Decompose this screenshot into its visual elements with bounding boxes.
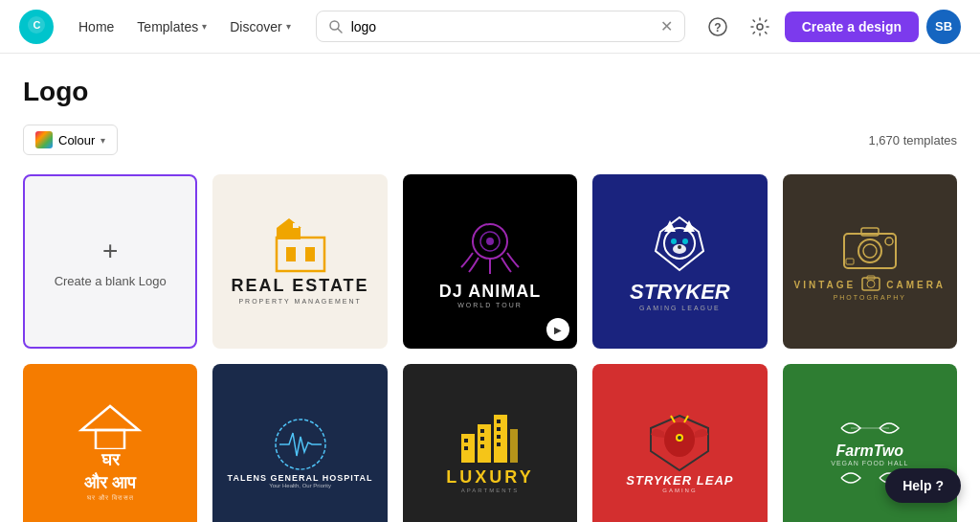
nav-home-label: Home	[78, 19, 114, 34]
real-estate-subtitle: PROPERTY MANAGEMENT	[238, 298, 361, 305]
create-design-button[interactable]: Create a design	[785, 11, 919, 42]
hospital-subtitle: Your Health, Our Priority	[269, 483, 331, 488]
search-clear-icon[interactable]: ✕	[660, 17, 673, 35]
stryker-wolf-icon	[641, 213, 718, 280]
farm-subtitle: VEGAN FOOD HALL	[831, 460, 908, 466]
svg-rect-44	[480, 444, 484, 448]
svg-text:C: C	[33, 19, 41, 31]
svg-point-54	[678, 436, 681, 440]
vintage-camera-word: CAMERA	[886, 280, 946, 290]
logo-grid: + Create a blank Logo REAL ESTATE PROPER…	[23, 174, 957, 522]
svg-text:?: ?	[714, 20, 721, 34]
main-content: Logo Colour ▾ 1,670 templates + Create a…	[0, 54, 980, 522]
create-blank-card[interactable]: + Create a blank Logo	[23, 174, 197, 349]
svg-rect-47	[497, 435, 501, 439]
vintage-camera-small-icon	[861, 275, 880, 294]
svg-rect-10	[277, 228, 301, 239]
stryker2-subtitle: GAMING	[662, 488, 697, 493]
svg-point-15	[486, 238, 494, 245]
help-label: Help ?	[902, 478, 944, 493]
svg-rect-40	[464, 439, 468, 443]
blank-card-label: Create a blank Logo	[55, 274, 167, 288]
stryker2-title: STRYKER LEAP	[626, 473, 733, 488]
real-estate-icon	[272, 218, 329, 276]
svg-point-23	[678, 245, 681, 249]
svg-line-3	[338, 29, 342, 33]
dj-animal-icon	[452, 215, 528, 282]
vintage-subtitle: PHOTOGRAPHY	[834, 294, 906, 301]
dragon-shield-icon	[646, 411, 713, 473]
help-icon-btn[interactable]: ?	[701, 10, 735, 44]
template-real-estate[interactable]: REAL ESTATE PROPERTY MANAGEMENT	[212, 174, 387, 349]
vintage-title: VINTAGE	[793, 280, 856, 290]
avatar[interactable]: SB	[926, 10, 961, 44]
svg-point-25	[858, 239, 881, 262]
search-input[interactable]	[351, 19, 653, 34]
svg-point-20	[671, 238, 677, 244]
real-estate-title: REAL ESTATE	[232, 276, 369, 296]
svg-rect-43	[480, 437, 484, 441]
help-button[interactable]: Help ?	[885, 468, 961, 503]
dj-subtitle: WORLD TOUR	[457, 302, 523, 308]
vintage-camera-icon	[836, 222, 903, 275]
nav-links: Home Templates ▾ Discover ▾	[69, 13, 301, 40]
farm-title: FarmTwo	[836, 443, 904, 460]
page-title: Logo	[23, 77, 957, 107]
template-ghar-aur-aap[interactable]: घरऔर आप घर और विरासत	[23, 364, 197, 522]
nav-templates[interactable]: Templates ▾	[127, 13, 216, 40]
ghar-title: घरऔर आप	[84, 449, 136, 494]
svg-rect-48	[497, 443, 501, 446]
svg-point-31	[867, 281, 875, 288]
svg-rect-7	[277, 238, 324, 271]
svg-point-28	[885, 238, 893, 245]
farm-leaves-icon	[832, 414, 908, 443]
nav-home[interactable]: Home	[69, 13, 123, 40]
hospital-title: TALENS GENERAL HOSPITAL	[228, 473, 373, 483]
svg-rect-41	[464, 446, 468, 450]
svg-rect-12	[293, 223, 299, 228]
question-icon: ?	[708, 17, 727, 36]
settings-icon-btn[interactable]	[743, 10, 777, 44]
ghar-subtitle: घर और विरासत	[87, 494, 134, 502]
hospital-circle-icon	[272, 416, 329, 473]
gear-icon	[750, 17, 769, 36]
stryker-title: STRYKER	[630, 280, 730, 305]
header-actions: ? Create a design SB	[701, 10, 961, 44]
search-icon	[328, 19, 344, 34]
luxury-buildings-icon	[457, 410, 523, 467]
svg-rect-39	[510, 429, 518, 463]
svg-rect-9	[305, 247, 315, 261]
svg-rect-42	[480, 429, 484, 433]
template-talens-hospital[interactable]: TALENS GENERAL HOSPITAL Your Health, Our…	[212, 364, 387, 522]
svg-point-6	[757, 24, 763, 30]
discover-chevron-icon: ▾	[286, 21, 291, 32]
colour-icon	[35, 131, 53, 148]
template-stryker-leap[interactable]: STRYKER LEAP GAMING	[592, 364, 767, 522]
plus-icon: +	[102, 236, 118, 266]
house-icon	[77, 401, 144, 449]
dj-title: DJ ANIMAL	[439, 282, 541, 302]
svg-rect-8	[286, 247, 296, 261]
stryker-subtitle: GAMING LEAGUE	[639, 305, 721, 311]
luxury-subtitle: APARTMENTS	[461, 488, 519, 493]
template-dj-animal[interactable]: DJ ANIMAL WORLD TOUR ▶	[403, 174, 577, 349]
template-luxury[interactable]: LUXURY APARTMENTS	[403, 364, 577, 522]
colour-filter-label: Colour	[58, 133, 95, 148]
luxury-title: LUXURY	[446, 467, 533, 488]
templates-chevron-icon: ▾	[202, 21, 207, 32]
play-badge: ▶	[546, 318, 569, 341]
svg-rect-34	[96, 430, 124, 449]
header: C Home Templates ▾ Discover ▾ ✕ ?	[0, 0, 980, 54]
svg-rect-29	[846, 259, 854, 264]
nav-templates-label: Templates	[137, 19, 198, 34]
svg-rect-46	[497, 427, 501, 431]
svg-point-26	[863, 244, 877, 258]
template-stryker[interactable]: STRYKER GAMING LEAGUE	[592, 174, 767, 349]
svg-point-21	[682, 238, 688, 244]
template-vintage-camera[interactable]: VINTAGE CAMERA PHOTOGRAPHY	[783, 174, 957, 349]
nav-discover[interactable]: Discover ▾	[220, 13, 300, 40]
filter-row: Colour ▾ 1,670 templates	[23, 125, 957, 155]
colour-filter-button[interactable]: Colour ▾	[23, 125, 118, 155]
canva-logo[interactable]: C	[19, 10, 54, 44]
nav-discover-label: Discover	[230, 19, 281, 34]
